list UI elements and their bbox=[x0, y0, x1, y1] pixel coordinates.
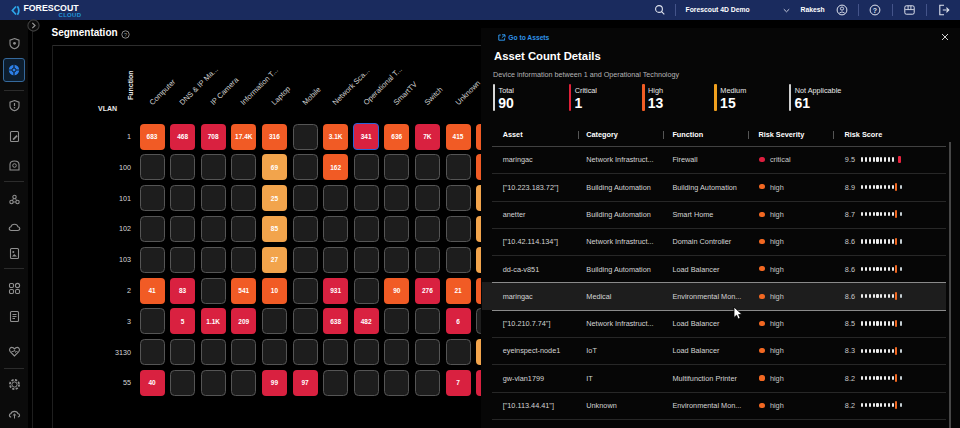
svg-text:?: ? bbox=[124, 31, 127, 37]
svg-text:?: ? bbox=[873, 6, 877, 13]
